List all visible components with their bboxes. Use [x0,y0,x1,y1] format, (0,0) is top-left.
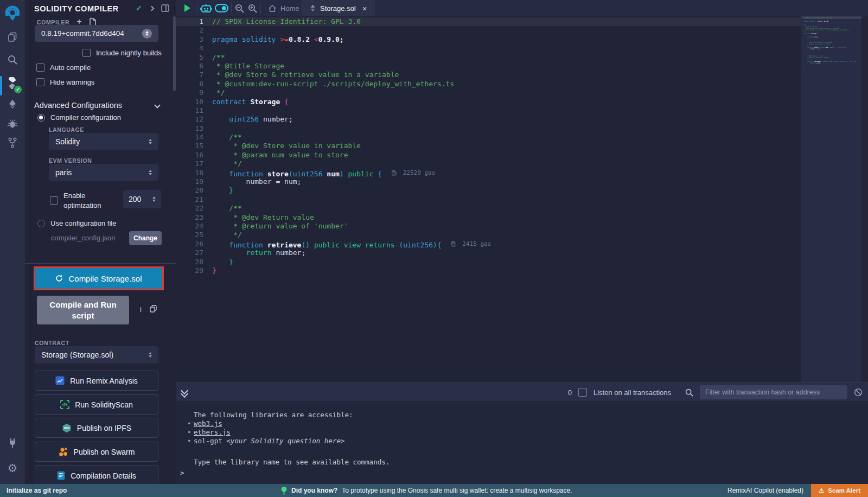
use-config-file-radio[interactable] [37,220,45,227]
close-tab-icon[interactable]: × [362,4,367,13]
editor-scrollbar-gutter[interactable] [861,16,868,383]
change-config-button[interactable]: Change [129,231,162,245]
minimap-current-line [801,16,861,18]
evm-version-select[interactable]: paris [49,164,158,181]
line-number: 23 [176,213,212,222]
split-view-icon[interactable] [161,4,169,12]
panel-scrollbar[interactable] [173,16,176,91]
tip-text: To prototype using the Gnosis safe multi… [342,487,572,494]
code-line: 10contract Storage { [176,98,801,106]
line-number: 14 [176,133,212,142]
line-number: 11 [176,106,212,115]
auto-compile-row: Auto compile [36,63,91,72]
line-number: 5 [176,53,212,62]
terminal-intro: The following libraries are accessible: [194,411,353,419]
run-script-button[interactable] [184,0,190,16]
compile-and-run-tooltip[interactable]: Compile and Run script [37,296,129,324]
publish-on-swarm-button[interactable]: Publish on Swarm [35,442,158,462]
compiled-check-icon: ✓ [136,4,142,12]
ipfs-icon: IPFS [62,423,72,433]
listen-label: Listen on all transactions [593,388,671,397]
line-number: 3 [176,35,212,44]
stepper-arrows-icon[interactable] [152,196,156,202]
code-line: 3pragma solidity >=0.8.2 <0.9.0; [176,35,801,44]
remix-ide-window: ✓ [0,0,868,497]
auto-compile-checkbox[interactable] [36,63,44,72]
code-line: 1// SPDX-License-Identifier: GPL-3.0 [176,17,801,26]
solidity-compiler-panel: SOLIDITY COMPILER ✓ COMPILER + 0.8.19+co… [25,0,177,484]
transaction-filter-input[interactable] [700,385,847,399]
evm-version-label: EVM VERSION [49,157,92,164]
compiler-version-select[interactable]: 0.8.19+commit.7dd6d404 [35,25,158,42]
tab-storage-sol[interactable]: Storage.sol × [302,0,375,16]
git-icon[interactable] [0,137,25,149]
copilot-toggle[interactable] [215,0,228,16]
line-number: 24 [176,222,212,231]
terminal-output[interactable]: The following libraries are accessible: … [176,401,868,484]
enable-optimization-checkbox[interactable] [50,196,58,205]
terminal-library-list: web3.jsethers.jssol-gpt <your Solidity q… [194,419,344,445]
select-arrows-icon [149,352,152,358]
gas-estimate: 22520 gas [392,169,435,177]
zoom-out-button[interactable] [235,0,244,16]
optimization-runs-input[interactable]: 200 [123,190,161,208]
contract-select[interactable]: Storage (Storage.sol) [35,346,158,364]
plugin-manager-icon[interactable] [0,437,25,448]
code-line: 6 * @title Storage [176,62,801,71]
git-init-button[interactable]: Initialize as git repo [7,487,67,494]
terminal-library-item[interactable]: ethers.js [194,428,344,437]
terminal-library-item[interactable]: web3.js [194,419,344,428]
line-number: 25 [176,231,212,239]
copilot-status[interactable]: RemixAI Copilot (enabled) [727,487,803,494]
settings-icon[interactable]: ⚙ [0,462,25,474]
terminal-search-icon [685,388,693,397]
scam-alert-button[interactable]: ⚠ Scam Alert [811,484,868,497]
code-line: 9 */ [176,88,801,97]
zoom-out-icon [235,4,244,13]
code-line: 29} [176,266,801,275]
clear-console-icon[interactable] [854,388,863,397]
compiler-configuration-radio[interactable] [37,114,45,122]
contract-label: CONTRACT [35,340,69,346]
language-label: LANGUAGE [49,126,84,133]
code-line: 20 } [176,186,801,195]
code-line: 2 [176,26,801,35]
compile-button[interactable]: Compile Storage.sol [35,268,162,289]
terminal-library-item[interactable]: sol-gpt <your Solidity question here> [194,437,344,445]
info-icon[interactable]: i [140,305,142,314]
listen-all-transactions-checkbox[interactable] [578,388,587,397]
chevron-right-icon[interactable] [149,5,154,11]
select-arrows-icon [149,139,152,144]
line-number: 8 [176,80,212,88]
line-number: 2 [176,26,212,35]
deploy-run-icon[interactable] [0,99,25,110]
code-line: 8 * @custom:dev-run-script ./scripts/dep… [176,80,801,88]
hide-warnings-checkbox[interactable] [36,78,44,86]
code-line: 25 */ [176,231,801,239]
code-line: 16 * @param num value to store [176,151,801,160]
did-you-know-tip: Did you know? To prototype using the Gno… [281,486,572,495]
remixai-assistant-button[interactable] [200,0,212,16]
language-select[interactable]: Solidity [49,133,158,150]
code-line: 7 * @dev Store & retrieve value in a var… [176,71,801,79]
chevron-down-icon[interactable] [154,102,160,108]
file-explorer-icon[interactable] [0,31,25,42]
copy-icon[interactable] [150,305,157,313]
debugger-icon[interactable] [0,118,25,129]
run-remix-analysis-button[interactable]: Run Remix Analysis [35,371,158,391]
run-solidityscan-button[interactable]: Run SolidityScan [35,394,158,415]
code-editor[interactable]: 1// SPDX-License-Identifier: GPL-3.023pr… [176,16,868,383]
search-icon[interactable] [0,54,25,65]
tab-home[interactable]: Home [261,0,307,16]
refresh-icon [55,275,63,282]
publish-on-ipfs-button[interactable]: IPFS Publish on IPFS [35,418,158,438]
section-divider [25,263,176,264]
collapse-terminal-icon[interactable] [182,388,187,397]
zoom-in-button[interactable] [248,0,257,16]
version-stepper-icon[interactable] [142,29,152,39]
include-nightly-checkbox[interactable] [82,49,91,57]
code-line: 18 function store(uint256 num) public { … [176,169,801,177]
editor-minimap[interactable]: // SPDX-License-Identifier: GPL-3.0pragm… [801,16,861,383]
compilation-details-button[interactable]: Compilation Details [35,466,158,486]
remix-logo-icon[interactable] [0,5,25,22]
